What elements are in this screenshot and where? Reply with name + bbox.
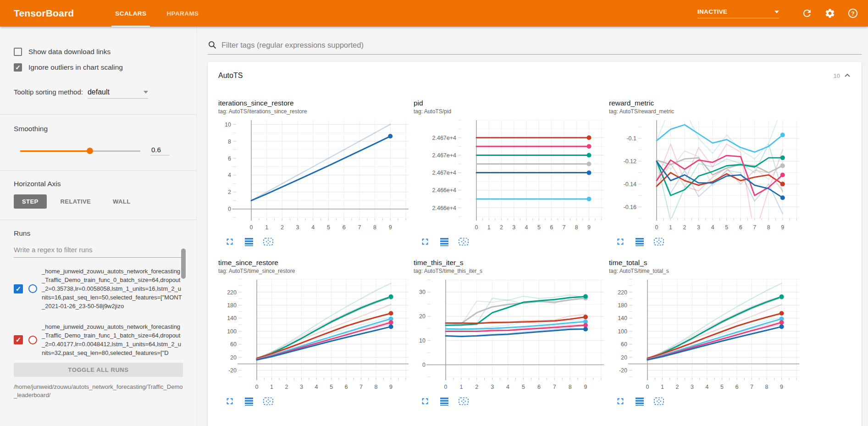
svg-text:10: 10	[225, 122, 231, 128]
chart-plot: 30201000123456789	[414, 276, 604, 392]
app-header: TensorBoard SCALARS HPARAMS INACTIVE	[0, 0, 868, 27]
run-radio[interactable]	[28, 284, 37, 293]
series-line-run-cyan-raw	[657, 116, 783, 159]
smoothing-value[interactable]: 0.6	[150, 146, 170, 155]
show-download-links-row[interactable]: ✓ Show data download links	[14, 48, 183, 56]
svg-text:2: 2	[281, 224, 284, 231]
series-endpoint-dot	[780, 294, 784, 299]
svg-text:220: 220	[618, 289, 627, 296]
chart-card-reward-metric: reward_metric tag: AutoTS/reward_metric …	[609, 99, 802, 248]
svg-text:2.467e+4: 2.467e+4	[432, 170, 457, 176]
section-header[interactable]: AutoTS 10	[218, 62, 851, 80]
chart-plot: -0.1-0.12-0.14-0.160123456789	[609, 116, 799, 232]
runs-scrollbar-thumb[interactable]	[181, 249, 186, 279]
svg-text:140: 140	[227, 315, 237, 321]
chart-tag: tag: AutoTS/pid	[414, 108, 606, 115]
svg-text:3: 3	[300, 384, 303, 390]
tab-hparams[interactable]: HPARAMS	[156, 0, 209, 27]
series-line-run-blue	[647, 326, 782, 360]
help-icon: ?	[847, 8, 858, 19]
tab-scalars[interactable]: SCALARS	[105, 0, 156, 27]
log-y-axis-button[interactable]	[243, 395, 255, 407]
fit-domain-button[interactable]	[653, 395, 665, 407]
show-download-links-checkbox[interactable]: ✓	[14, 48, 22, 56]
expand-chart-button[interactable]	[419, 395, 431, 407]
tensorboard-app: TensorBoard SCALARS HPARAMS INACTIVE	[0, 0, 868, 426]
log-y-axis-button[interactable]	[634, 395, 646, 407]
fit-domain-button[interactable]	[653, 236, 665, 248]
expand-chart-button[interactable]	[224, 236, 236, 248]
axis-wall-button[interactable]: WALL	[105, 194, 138, 209]
log-y-axis-button[interactable]	[634, 236, 646, 248]
series-line-run-blue	[257, 326, 391, 360]
tag-filter-input[interactable]	[221, 41, 862, 50]
run-radio[interactable]	[28, 336, 37, 344]
series-endpoint-dot	[780, 164, 785, 168]
log-y-axis-button[interactable]	[438, 236, 450, 248]
horizontal-lines-icon	[244, 396, 254, 406]
series-endpoint-dot	[389, 311, 393, 315]
smoothing-row: 0.6	[14, 146, 183, 155]
horizontal-lines-icon	[635, 396, 645, 406]
series-line-run-blue	[657, 161, 783, 198]
svg-text:220: 220	[227, 289, 237, 296]
axis-relative-button[interactable]: RELATIVE	[52, 194, 100, 209]
fit-domain-button[interactable]	[458, 395, 470, 407]
fit-domain-button[interactable]	[262, 395, 274, 407]
svg-text:6: 6	[537, 384, 541, 390]
axis-step-button[interactable]: STEP	[14, 194, 47, 209]
chart-toolbar	[609, 236, 802, 248]
svg-text:1: 1	[265, 224, 268, 231]
help-button[interactable]: ?	[847, 7, 859, 19]
expand-chart-button[interactable]	[224, 395, 236, 407]
smoothing-label: Smoothing	[14, 125, 183, 133]
tab-bar: SCALARS HPARAMS	[105, 0, 209, 27]
svg-text:7: 7	[359, 384, 363, 390]
tooltip-sorting-select[interactable]: default	[88, 88, 148, 99]
svg-text:?: ?	[851, 11, 854, 17]
settings-button[interactable]	[824, 7, 836, 19]
series-endpoint-dot	[388, 134, 393, 138]
chart-title: iterations_since_restore	[218, 99, 411, 107]
tooltip-sorting-label: Tooltip sorting method:	[14, 88, 83, 96]
svg-text:0: 0	[655, 224, 658, 231]
svg-text:8: 8	[765, 384, 768, 390]
log-y-axis-button[interactable]	[243, 236, 255, 248]
smoothing-slider[interactable]	[20, 148, 140, 154]
run-checkbox[interactable]: ✓	[14, 335, 23, 344]
svg-text:3: 3	[697, 224, 700, 231]
chart-toolbar	[414, 236, 606, 248]
series-line-run-gray-raw	[257, 296, 391, 358]
series-endpoint-dot	[780, 320, 784, 325]
run-checkbox[interactable]: ✓	[14, 284, 23, 293]
refresh-button[interactable]	[801, 7, 813, 19]
chevron-up-icon[interactable]	[844, 72, 851, 79]
svg-text:6: 6	[345, 384, 348, 390]
svg-text:8: 8	[569, 384, 572, 390]
svg-text:-0.16: -0.16	[624, 204, 637, 210]
fit-domain-button[interactable]	[458, 236, 470, 248]
svg-text:-0.14: -0.14	[624, 181, 637, 188]
expand-chart-button[interactable]	[614, 395, 626, 407]
svg-text:7: 7	[562, 224, 565, 231]
chart-tag: tag: AutoTS/time_total_s	[609, 268, 802, 274]
svg-text:2.467e+4: 2.467e+4	[432, 135, 457, 141]
run-name: _home_junweid_zouwu_autots_network_forec…	[42, 267, 183, 310]
svg-text:4: 4	[711, 224, 714, 231]
svg-text:0: 0	[475, 224, 478, 231]
expand-chart-button[interactable]	[419, 236, 431, 248]
tag-filter-row	[208, 40, 862, 55]
ignore-outliers-checkbox[interactable]: ✓	[14, 63, 22, 72]
log-y-axis-button[interactable]	[438, 395, 450, 407]
status-dropdown[interactable]: INACTIVE	[697, 8, 779, 18]
ignore-outliers-row[interactable]: ✓ Ignore outliers in chart scaling	[14, 63, 183, 72]
svg-text:5: 5	[327, 224, 330, 231]
runs-filter-input[interactable]	[14, 244, 183, 258]
svg-text:2: 2	[500, 224, 503, 231]
smoothing-slider-thumb[interactable]	[87, 148, 93, 154]
toggle-all-runs-button[interactable]: TOGGLE ALL RUNS	[14, 363, 183, 377]
fit-domain-button[interactable]	[262, 236, 274, 248]
expand-chart-button[interactable]	[614, 236, 626, 248]
svg-text:-20: -20	[619, 367, 627, 374]
svg-text:6: 6	[735, 384, 739, 390]
